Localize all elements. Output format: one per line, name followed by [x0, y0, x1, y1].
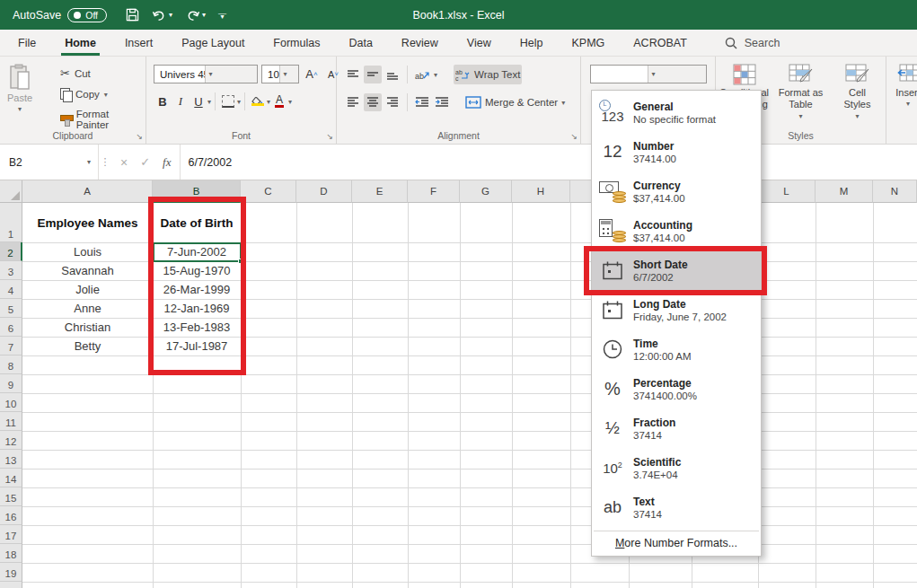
select-all-corner[interactable] — [0, 180, 22, 203]
insert-cells-button[interactable]: Insert ▾ — [895, 64, 917, 108]
menu-item-currency[interactable]: Currency$37,414.00 — [592, 171, 761, 211]
name-box[interactable]: B2▾ — [0, 145, 99, 180]
fill-handle[interactable] — [238, 259, 243, 264]
row-header-20[interactable]: 20 — [0, 582, 22, 588]
undo-button[interactable]: ▾ — [147, 6, 177, 24]
middle-align-button[interactable] — [364, 66, 382, 83]
row-header-12[interactable]: 12 — [0, 431, 22, 450]
font-size-combobox[interactable]: 10.5▾ — [261, 65, 299, 83]
column-header-c[interactable]: C — [241, 180, 296, 203]
insert-caret[interactable]: ▾ — [906, 100, 910, 108]
tab-help[interactable]: Help — [509, 31, 554, 55]
tab-review[interactable]: Review — [391, 31, 449, 55]
underline-button[interactable]: U — [190, 92, 207, 110]
row-header-10[interactable]: 10 — [0, 393, 22, 412]
merge-center-button[interactable]: Merge & Center — [463, 92, 560, 112]
row-header-11[interactable]: 11 — [0, 412, 22, 431]
copy-button[interactable]: Copy▾ — [57, 86, 145, 102]
more-number-formats-item[interactable]: More Number Formats... — [592, 531, 761, 554]
column-header-n[interactable]: N — [873, 180, 917, 203]
cell-styles-caret[interactable]: ▾ — [855, 112, 859, 120]
tab-data[interactable]: Data — [338, 31, 383, 55]
column-header-g[interactable]: G — [460, 180, 512, 203]
row-header-4[interactable]: 4 — [0, 280, 22, 299]
cell-b6[interactable]: 13-Feb-1983 — [153, 318, 241, 337]
alignment-dialog-launcher[interactable]: ↘ — [570, 132, 578, 141]
cell-b4[interactable]: 26-Mar-1999 — [153, 280, 241, 299]
tab-home[interactable]: Home — [54, 31, 107, 55]
menu-item-accounting[interactable]: Accounting$37,414.00 — [592, 211, 761, 250]
redo-button[interactable]: ▾ — [181, 6, 210, 24]
menu-item-general[interactable]: 123GeneralNo specific format — [592, 92, 761, 132]
paste-caret[interactable]: ▾ — [18, 105, 22, 113]
row-header-9[interactable]: 9 — [0, 374, 22, 393]
tab-formulas[interactable]: Formulas — [262, 31, 331, 55]
row-header-5[interactable]: 5 — [0, 299, 22, 318]
row-header-3[interactable]: 3 — [0, 261, 22, 280]
formula-input[interactable]: 6/7/2002 — [181, 145, 917, 180]
tab-file[interactable]: File — [7, 31, 47, 55]
column-header-a[interactable]: A — [22, 180, 153, 203]
cell-a2[interactable]: Louis — [22, 242, 153, 261]
row-header-7[interactable]: 7 — [0, 337, 22, 355]
clipboard-dialog-launcher[interactable]: ↘ — [136, 132, 143, 141]
column-header-f[interactable]: F — [408, 180, 460, 203]
column-header-b[interactable]: B — [153, 180, 241, 203]
row-header-17[interactable]: 17 — [0, 525, 22, 544]
fill-color-button[interactable] — [249, 92, 267, 110]
cell-b3[interactable]: 15-Aug-1970 — [153, 261, 241, 280]
align-left-button[interactable] — [344, 93, 362, 111]
number-format-caret[interactable]: ▾ — [648, 66, 707, 83]
cell-b1[interactable]: Date of Birth — [153, 203, 241, 242]
format-painter-button[interactable]: Format Painter — [57, 107, 145, 132]
menu-item-text[interactable]: abText37414 — [592, 487, 761, 527]
autosave-toggle[interactable]: AutoSave Off — [13, 8, 107, 22]
increase-indent-button[interactable] — [433, 93, 451, 111]
merge-center-caret[interactable]: ▾ — [561, 99, 565, 107]
decrease-indent-button[interactable] — [413, 93, 431, 111]
orientation-button[interactable]: ab — [413, 66, 432, 83]
insert-function-button[interactable]: fx — [163, 155, 171, 170]
cell-b7[interactable]: 17-Jul-1987 — [153, 337, 241, 355]
cell-a7[interactable]: Betty — [22, 337, 153, 355]
top-align-button[interactable] — [344, 66, 362, 83]
copy-caret[interactable]: ▾ — [104, 91, 108, 99]
cut-button[interactable]: ✂Cut — [57, 65, 145, 82]
redo-caret[interactable]: ▾ — [202, 11, 206, 19]
cell-a4[interactable]: Jolie — [22, 280, 153, 299]
underline-caret[interactable]: ▾ — [207, 98, 211, 106]
paste-button[interactable]: Paste ▾ — [7, 64, 32, 113]
bottom-align-button[interactable] — [384, 66, 401, 83]
undo-caret[interactable]: ▾ — [169, 11, 172, 19]
font-size-caret[interactable]: ▾ — [279, 66, 299, 83]
font-name-caret[interactable]: ▾ — [205, 66, 258, 83]
row-header-2[interactable]: 2 — [0, 242, 22, 261]
row-header-16[interactable]: 16 — [0, 506, 22, 525]
menu-item-scientific[interactable]: 102Scientific3.74E+04 — [592, 448, 761, 487]
row-header-15[interactable]: 15 — [0, 487, 22, 506]
tab-kpmg[interactable]: KPMG — [560, 31, 615, 55]
spreadsheet-grid[interactable]: ABCDEFGHIJKLMN12345678910111213141516171… — [0, 180, 917, 588]
cell-a5[interactable]: Anne — [22, 299, 153, 318]
row-header-14[interactable]: 14 — [0, 469, 22, 487]
autosave-pill[interactable]: Off — [67, 8, 107, 22]
increase-font-size-button[interactable]: A˄ — [303, 66, 321, 83]
borders-button[interactable] — [219, 92, 237, 110]
row-header-6[interactable]: 6 — [0, 318, 22, 337]
menu-item-short-date[interactable]: Short Date6/7/2002 — [592, 250, 761, 290]
menu-item-number[interactable]: 12Number37414.00 — [592, 132, 761, 171]
column-header-l[interactable]: L — [758, 180, 816, 203]
italic-button[interactable]: I — [172, 92, 190, 110]
tab-insert[interactable]: Insert — [114, 31, 163, 55]
cell-b5[interactable]: 12-Jan-1969 — [153, 299, 241, 318]
row-header-18[interactable]: 18 — [0, 544, 22, 563]
cell-a6[interactable]: Christian — [22, 318, 153, 337]
menu-item-fraction[interactable]: ½Fraction37414 — [592, 408, 761, 448]
center-button[interactable] — [364, 93, 382, 111]
bold-button[interactable]: B — [154, 92, 172, 110]
font-name-combobox[interactable]: Univers 45 Light▾ — [154, 65, 258, 83]
tab-acrobat[interactable]: ACROBAT — [622, 31, 698, 55]
orientation-caret[interactable]: ▾ — [434, 71, 437, 79]
font-color-button[interactable]: A — [270, 92, 288, 110]
formula-bar-handle[interactable]: ⋮ — [99, 145, 111, 180]
